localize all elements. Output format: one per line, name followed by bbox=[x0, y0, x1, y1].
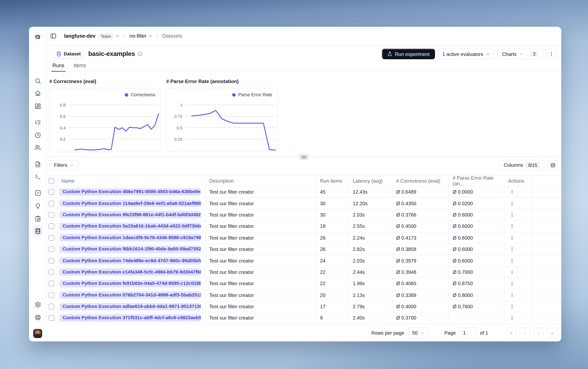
table-row[interactable]: Custom Python Execution 1daec0f9-5e78-43… bbox=[46, 232, 561, 244]
row-actions-kebab-icon[interactable] bbox=[510, 190, 514, 195]
support-lifebuoy-icon[interactable] bbox=[32, 312, 43, 323]
charts-button[interactable]: Charts 2 bbox=[498, 49, 543, 59]
run-name-link[interactable]: Custom Python Execution e14fa348-5cfc-49… bbox=[59, 268, 201, 276]
sidebar-toggle-icon[interactable] bbox=[50, 33, 57, 39]
rows-per-page-select[interactable]: 50 bbox=[408, 327, 429, 338]
run-name-link[interactable]: Custom Python Execution 1daec0f9-5e78-43… bbox=[59, 234, 201, 242]
row-actions-kebab-icon[interactable] bbox=[510, 258, 514, 263]
row-actions-kebab-icon[interactable] bbox=[510, 213, 514, 217]
playground-terminal-icon[interactable] bbox=[32, 171, 43, 182]
run-correctness: Ø 0.3858 bbox=[392, 244, 449, 255]
row-checkbox[interactable] bbox=[49, 201, 54, 206]
info-icon[interactable] bbox=[137, 51, 143, 56]
search-icon[interactable] bbox=[32, 75, 43, 86]
run-name-link[interactable]: Custom Python Execution 076b2704-341d-48… bbox=[59, 291, 201, 299]
panel-resize-divider[interactable] bbox=[46, 156, 561, 157]
home-icon[interactable] bbox=[32, 88, 43, 98]
annotation-clipboard-icon[interactable] bbox=[32, 213, 43, 224]
row-actions-kebab-icon[interactable] bbox=[510, 293, 514, 297]
column-header-correctness[interactable]: # Correctness (eval) bbox=[392, 175, 449, 186]
run-name-link[interactable]: Custom Python Execution fe91b83e-04a5-47… bbox=[59, 280, 201, 287]
select-all-checkbox[interactable] bbox=[49, 178, 54, 184]
chevron-down-icon[interactable] bbox=[148, 34, 152, 38]
filters-button[interactable]: Filters bbox=[49, 160, 78, 170]
row-height-button[interactable] bbox=[547, 160, 558, 170]
row-checkbox[interactable] bbox=[49, 315, 54, 321]
breadcrumb-org[interactable]: langfuse-dev bbox=[64, 33, 95, 39]
run-name-link[interactable]: Custom Python Execution 9fe23f98-881e-44… bbox=[59, 211, 201, 219]
prompts-file-code-icon[interactable] bbox=[32, 159, 43, 169]
active-evaluators-button[interactable]: 1 active evaluators bbox=[438, 49, 494, 59]
table-row[interactable]: Custom Python Execution fe91b83e-04a5-47… bbox=[46, 278, 561, 289]
row-checkbox[interactable] bbox=[49, 304, 54, 309]
column-header-parse-error-rate[interactable]: # Parse Error Rate (an... bbox=[449, 175, 504, 186]
row-checkbox[interactable] bbox=[49, 189, 54, 195]
column-header-run-items[interactable]: Run Items bbox=[316, 175, 349, 186]
tracing-icon[interactable] bbox=[32, 117, 43, 127]
row-actions-kebab-icon[interactable] bbox=[510, 224, 514, 229]
run-name-link[interactable]: Custom Python Execution adfae619-abb0-4d… bbox=[59, 303, 201, 310]
columns-button[interactable]: Columns 8/15 bbox=[499, 160, 544, 170]
row-actions-kebab-icon[interactable] bbox=[510, 270, 514, 275]
settings-gear-icon[interactable] bbox=[32, 299, 43, 310]
tab-items[interactable]: Items bbox=[73, 62, 87, 71]
column-header-name[interactable]: Name bbox=[58, 175, 206, 186]
more-options-button[interactable] bbox=[546, 49, 557, 59]
run-name-link[interactable]: Custom Python Execution 5a15a616-1bab-44… bbox=[59, 223, 201, 230]
run-description: Test our filter creator bbox=[205, 232, 316, 243]
llm-judge-lightbulb-icon[interactable] bbox=[32, 201, 43, 211]
dashboard-icon[interactable] bbox=[32, 101, 43, 111]
row-checkbox[interactable] bbox=[49, 258, 54, 264]
run-name-link[interactable]: Custom Python Execution d66e7991-8595-45… bbox=[59, 188, 201, 196]
table-row[interactable]: Custom Python Execution 74de488e-ec9d-47… bbox=[46, 255, 561, 267]
drag-handle-icon[interactable] bbox=[299, 154, 309, 160]
run-name-link[interactable]: Custom Python Execution 114aa9ef-29e6-4e… bbox=[59, 200, 201, 207]
table-row[interactable]: Custom Python Execution 5a15a616-1bab-44… bbox=[46, 221, 561, 232]
row-actions-kebab-icon[interactable] bbox=[510, 201, 514, 206]
previous-page-button[interactable]: ‹ bbox=[520, 327, 530, 338]
row-actions-kebab-icon[interactable] bbox=[510, 316, 514, 320]
tab-runs[interactable]: Runs bbox=[51, 62, 65, 71]
page-number-input[interactable]: 1 bbox=[459, 327, 477, 338]
row-actions-kebab-icon[interactable] bbox=[510, 235, 514, 240]
row-actions-kebab-icon[interactable] bbox=[510, 247, 514, 252]
row-checkbox[interactable] bbox=[49, 224, 54, 229]
row-actions-kebab-icon[interactable] bbox=[510, 304, 514, 309]
run-items-count: 24 bbox=[316, 255, 349, 266]
row-checkbox[interactable] bbox=[49, 292, 54, 298]
table-row[interactable]: Custom Python Execution adfae619-abb0-4d… bbox=[46, 301, 561, 312]
datasets-database-icon[interactable] bbox=[32, 226, 43, 236]
table-row[interactable]: Custom Python Execution 114aa9ef-29e6-4e… bbox=[46, 198, 561, 209]
table-row[interactable]: Custom Python Execution d66e7991-8595-45… bbox=[46, 186, 561, 198]
table-row[interactable]: Custom Python Execution 371f531c-abff-4d… bbox=[46, 312, 561, 324]
evaluation-percent-icon[interactable] bbox=[32, 187, 43, 198]
run-name-link[interactable]: Custom Python Execution f6bb1614-1f90-40… bbox=[59, 246, 201, 253]
chevron-down-icon[interactable] bbox=[116, 34, 119, 38]
breadcrumb-project[interactable]: no-filter bbox=[129, 33, 146, 39]
table-row[interactable]: Custom Python Execution 9fe23f98-881e-44… bbox=[46, 209, 561, 221]
run-name-link[interactable]: Custom Python Execution 74de488e-ec9d-47… bbox=[59, 257, 201, 264]
first-page-button[interactable]: « bbox=[506, 327, 517, 338]
row-checkbox[interactable] bbox=[49, 281, 54, 287]
row-checkbox[interactable] bbox=[49, 246, 54, 252]
table-row[interactable]: Custom Python Execution f6bb1614-1f90-40… bbox=[46, 244, 561, 255]
users-icon[interactable] bbox=[32, 142, 43, 153]
column-header-description[interactable]: Description bbox=[205, 175, 316, 186]
y-axis-tick-label: 1 bbox=[167, 102, 182, 107]
next-page-button[interactable]: › bbox=[533, 327, 544, 338]
last-page-button[interactable]: » bbox=[547, 327, 558, 338]
run-correctness: Ø 0.4500 bbox=[392, 221, 449, 232]
row-checkbox[interactable] bbox=[49, 235, 54, 241]
row-actions-kebab-icon[interactable] bbox=[510, 281, 514, 286]
sessions-clock-icon[interactable] bbox=[32, 130, 43, 140]
table-row[interactable]: Custom Python Execution e14fa348-5cfc-49… bbox=[46, 267, 561, 278]
run-name-link[interactable]: Custom Python Execution 371f531c-abff-4d… bbox=[59, 314, 201, 322]
user-avatar[interactable] bbox=[33, 329, 42, 338]
row-checkbox[interactable] bbox=[49, 269, 54, 275]
column-header-latency[interactable]: Latency (avg) bbox=[349, 175, 392, 186]
row-checkbox[interactable] bbox=[49, 212, 54, 218]
breadcrumb-section[interactable]: Datasets bbox=[162, 33, 182, 39]
table-row[interactable]: Custom Python Execution 076b2704-341d-48… bbox=[46, 289, 561, 301]
run-experiment-button[interactable]: Run experiment bbox=[382, 49, 435, 59]
database-icon bbox=[56, 51, 61, 57]
